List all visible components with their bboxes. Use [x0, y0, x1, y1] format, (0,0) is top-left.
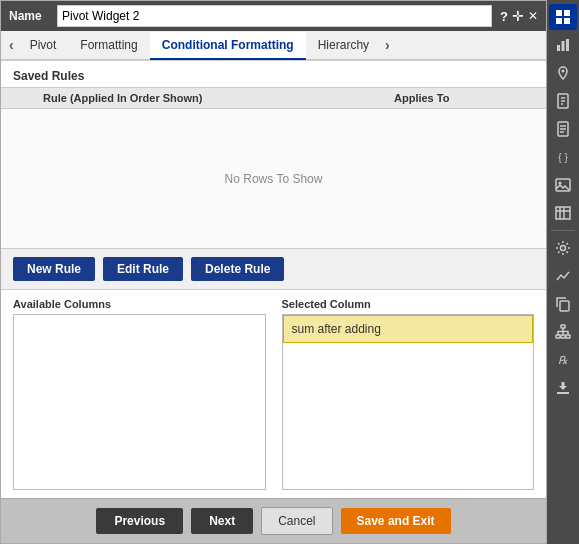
svg-rect-0 — [556, 10, 562, 16]
close-icon[interactable]: ✕ — [528, 9, 538, 23]
help-icon[interactable]: ? — [500, 9, 508, 24]
svg-rect-19 — [557, 392, 569, 394]
tab-bar: ‹ Pivot Formatting Conditional Formattin… — [1, 31, 546, 61]
saved-rules-label: Saved Rules — [1, 61, 546, 87]
svg-rect-3 — [564, 18, 570, 24]
selected-column-item[interactable]: sum after adding — [283, 315, 534, 343]
svg-rect-2 — [556, 18, 562, 24]
action-buttons-row: New Rule Edit Rule Delete Rule — [1, 249, 546, 290]
new-rule-button[interactable]: New Rule — [13, 257, 95, 281]
sidebar: { } ℞ — [547, 0, 579, 544]
document-icon[interactable] — [549, 116, 577, 142]
tab-pivot[interactable]: Pivot — [18, 32, 69, 60]
code-icon[interactable]: { } — [549, 144, 577, 170]
save-exit-button[interactable]: Save and Exit — [341, 508, 451, 534]
selected-column-panel: Selected Column sum after adding — [282, 298, 535, 490]
col-rule-header: Rule (Applied In Order Shown) — [13, 92, 394, 104]
title-bar: Name ? ✛ ✕ — [1, 1, 546, 31]
svg-point-7 — [562, 70, 565, 73]
svg-rect-15 — [561, 325, 565, 328]
available-columns-list[interactable] — [13, 314, 266, 490]
svg-rect-18 — [566, 335, 570, 338]
settings-icon[interactable] — [549, 235, 577, 261]
table-body: No Rows To Show — [1, 109, 546, 249]
next-button[interactable]: Next — [191, 508, 253, 534]
rx-icon[interactable]: ℞ — [549, 347, 577, 373]
tab-formatting[interactable]: Formatting — [68, 32, 149, 60]
columns-section: Available Columns Selected Column sum af… — [1, 290, 546, 498]
copy-icon[interactable] — [549, 291, 577, 317]
selected-column-list[interactable]: sum after adding — [282, 314, 535, 490]
svg-rect-16 — [556, 335, 560, 338]
widget-name-input[interactable] — [57, 5, 492, 27]
selected-column-label: Selected Column — [282, 298, 535, 310]
hierarchy-icon[interactable] — [549, 319, 577, 345]
table-icon[interactable] — [549, 200, 577, 226]
tab-conditional-formatting[interactable]: Conditional Formatting — [150, 32, 306, 60]
svg-rect-6 — [566, 39, 569, 51]
svg-rect-12 — [556, 207, 570, 219]
sidebar-separator — [551, 230, 575, 231]
svg-point-13 — [561, 246, 566, 251]
tab-next-btn[interactable]: › — [381, 37, 394, 53]
tab-prev-btn[interactable]: ‹ — [5, 37, 18, 53]
main-panel: Name ? ✛ ✕ ‹ Pivot Formatting Conditiona… — [0, 0, 547, 544]
map-icon[interactable] — [549, 60, 577, 86]
grid-icon[interactable] — [549, 4, 577, 30]
image-icon[interactable] — [549, 172, 577, 198]
cancel-button[interactable]: Cancel — [261, 507, 332, 535]
tab-hierarchy[interactable]: Hierarchy — [306, 32, 381, 60]
delete-rule-button[interactable]: Delete Rule — [191, 257, 284, 281]
svg-rect-14 — [560, 301, 569, 311]
col-applies-header: Applies To — [394, 92, 534, 104]
svg-rect-5 — [562, 41, 565, 51]
no-rows-text: No Rows To Show — [225, 172, 323, 186]
chart2-icon[interactable] — [549, 263, 577, 289]
available-columns-panel: Available Columns — [13, 298, 266, 490]
file-icon[interactable] — [549, 88, 577, 114]
move-icon[interactable]: ✛ — [512, 8, 524, 24]
name-label: Name — [9, 9, 49, 23]
previous-button[interactable]: Previous — [96, 508, 183, 534]
svg-rect-4 — [557, 45, 560, 51]
svg-rect-1 — [564, 10, 570, 16]
download-icon[interactable] — [549, 375, 577, 401]
content-area: Saved Rules Rule (Applied In Order Shown… — [1, 61, 546, 498]
footer: Previous Next Cancel Save and Exit — [1, 498, 546, 543]
edit-rule-button[interactable]: Edit Rule — [103, 257, 183, 281]
available-columns-label: Available Columns — [13, 298, 266, 310]
title-icons: ? ✛ ✕ — [500, 8, 538, 24]
table-header: Rule (Applied In Order Shown) Applies To — [1, 87, 546, 109]
chart-bar-icon[interactable] — [549, 32, 577, 58]
